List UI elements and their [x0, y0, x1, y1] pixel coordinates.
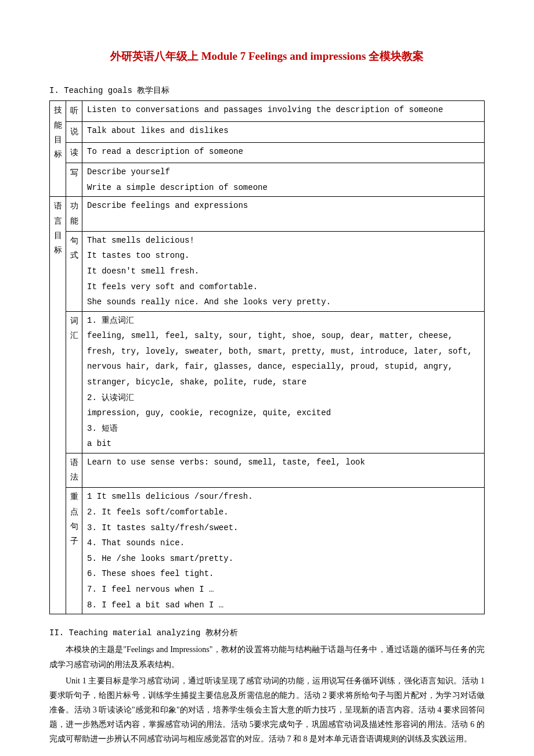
sub-write: 写 — [66, 163, 82, 197]
sub-vocabulary: 词汇 — [66, 311, 82, 453]
content-key-sentences: 1 It smells delicious /sour/fresh. 2. It… — [82, 488, 485, 614]
table-row: 词汇 1. 重点词汇 feeling, smell, feel, salty, … — [50, 311, 485, 453]
sub-sentence-pattern: 句式 — [66, 231, 82, 311]
table-row: 写 Describe yourself Write a simple descr… — [50, 163, 485, 197]
content-vocabulary: 1. 重点词汇 feeling, smell, feel, salty, sou… — [82, 311, 485, 453]
content-write: Describe yourself Write a simple descrip… — [82, 163, 485, 197]
category-skills: 技能目标 — [50, 101, 66, 197]
sub-speak: 说 — [66, 121, 82, 142]
table-row: 技能目标 听 Listen to conversations and passa… — [50, 101, 485, 122]
table-row: 重点句子 1 It smells delicious /sour/fresh. … — [50, 488, 485, 614]
content-read: To read a description of someone — [82, 142, 485, 163]
sub-key-sentences: 重点句子 — [66, 488, 82, 614]
section1-label: I. Teaching goals 教学目标 — [49, 84, 485, 98]
sub-function: 功能 — [66, 197, 82, 231]
content-function: Describe feelings and expressions — [82, 197, 485, 231]
analysis-para2: Unit 1 主要目标是学习感官动词，通过听读呈现了感官动词的功能，运用说写任务… — [49, 674, 485, 747]
sub-grammar: 语法 — [66, 453, 82, 488]
page-title: 外研英语八年级上 Module 7 Feelings and impressio… — [49, 46, 485, 66]
teaching-goals-table: 技能目标 听 Listen to conversations and passa… — [49, 100, 485, 614]
section2-label: II. Teaching material analyzing 教材分析 — [49, 626, 485, 640]
category-language: 语言目标 — [50, 197, 66, 614]
content-sentence-pattern: That smells delicious! It tastes too str… — [82, 231, 485, 311]
table-row: 语言目标 功能 Describe feelings and expression… — [50, 197, 485, 231]
sub-read: 读 — [66, 142, 82, 163]
table-row: 句式 That smells delicious! It tastes too … — [50, 231, 485, 311]
content-speak: Talk about likes and dislikes — [82, 121, 485, 142]
table-row: 说 Talk about likes and dislikes — [50, 121, 485, 142]
content-listen: Listen to conversations and passages inv… — [82, 101, 485, 122]
analysis-para1: 本模块的主题是"Feelings and Impressions"，教材的设置将… — [49, 642, 485, 671]
table-row: 读 To read a description of someone — [50, 142, 485, 163]
sub-listen: 听 — [66, 101, 82, 122]
table-row: 语法 Learn to use sense verbs: sound, smel… — [50, 453, 485, 488]
content-grammar: Learn to use sense verbs: sound, smell, … — [82, 453, 485, 488]
section2-analysis: II. Teaching material analyzing 教材分析 本模块… — [49, 626, 485, 747]
